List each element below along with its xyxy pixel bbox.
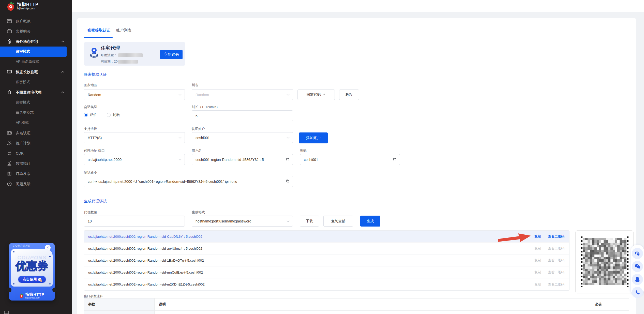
sidebar-item-package-purchase[interactable]: 套餐购买 (0, 26, 72, 36)
proxy-link[interactable]: us.lajiaohttp.net:2000:ceshi002-region-R… (88, 235, 202, 238)
radio-sticky-label[interactable]: 粘性 (90, 113, 97, 117)
chevron-up-icon (61, 71, 64, 73)
sidebar-item-credential-mode-dynamic[interactable]: 账密模式 (0, 47, 67, 57)
phone-icon (635, 290, 640, 295)
residential-proxy-banner: 住宅代理 可用流量： 有效期：20 立即购买 (84, 42, 185, 66)
view-qr-link[interactable]: 查看二维码 (548, 270, 564, 275)
copy-link[interactable]: 复制 (534, 258, 541, 263)
sidebar-item-statistics[interactable]: 数据统计 (0, 158, 72, 169)
format-label: 生成格式 (192, 210, 205, 215)
red-arrow-annotation (498, 233, 531, 244)
view-qr-link[interactable]: 查看二维码 (548, 234, 564, 239)
radio-rotate-label[interactable]: 轮转 (113, 113, 120, 117)
add-account-button[interactable]: 添加账户 (299, 132, 328, 143)
proxy-count-input[interactable]: 10 (84, 216, 185, 227)
state-select[interactable]: Random (192, 89, 293, 100)
copy-link[interactable]: 复制 (534, 270, 541, 275)
id-card-icon (7, 130, 12, 136)
chat-icon (635, 251, 640, 256)
invoice-icon (7, 171, 12, 176)
download-button[interactable]: 下载 (300, 216, 319, 227)
sidebar-item-credential-mode-static[interactable]: 账密模式 (0, 77, 72, 87)
username-field[interactable]: ceshi001-region-Random-sid-45862Y3J-t-5 (192, 154, 293, 165)
duration-label: 时长（1~120min） (192, 105, 219, 109)
password-field[interactable]: ceshi001 (300, 154, 400, 165)
table-column-divider (154, 298, 155, 314)
test-command-label: 测试命令 (84, 170, 97, 175)
coupon-use-button[interactable]: 点击使用 (18, 276, 46, 283)
tab-account-list[interactable]: 账户列表 (116, 28, 131, 33)
expiry-label: 有效期：20 (101, 59, 117, 64)
sidebar-item-unlimited-residential[interactable]: 不限量住宅代理 (0, 87, 72, 97)
session-type-label: 会话类型 (84, 105, 97, 109)
qr-pixels (583, 238, 626, 285)
sidebar-item-feedback[interactable]: 问题反馈 (0, 179, 72, 189)
proxy-count-label: 代理数量 (84, 210, 97, 215)
sidebar-item-credential-mode-unlimited[interactable]: 账密模式 (0, 97, 72, 108)
copy-all-button[interactable]: 复制全部 (323, 216, 353, 227)
brand-logo[interactable]: 辣椒HTTP lajiaohttp.com (7, 1, 38, 11)
sidebar-item-identity-verify[interactable]: 实名认证 (0, 128, 72, 138)
copy-icon[interactable] (393, 157, 397, 162)
radio-sticky[interactable] (84, 113, 88, 117)
sidebar-item-overseas-dynamic[interactable]: 海外动态住宅 (0, 36, 72, 47)
table-header-description: 说明 (159, 302, 166, 307)
auth-account-select[interactable]: ceshi001 (192, 132, 293, 143)
copy-link[interactable]: 复制 (534, 246, 541, 251)
duration-input[interactable]: 5 (192, 110, 293, 121)
sidebar-item-whitelist-mode[interactable]: 白名单模式 (0, 108, 72, 118)
proxy-address-select[interactable]: us.lajiaohttp.net:2000 (84, 154, 185, 165)
copy-link[interactable]: 复制 (534, 282, 541, 287)
table-header-required: 必选 (595, 302, 602, 307)
country-select[interactable]: Random (84, 89, 185, 100)
auth-section-heading: 账密提取认证 (84, 72, 107, 77)
copy-icon[interactable] (286, 179, 290, 184)
sidebar-item-order-invoice[interactable]: 订单发票 (0, 169, 72, 179)
view-qr-link[interactable]: 查看二维码 (548, 258, 564, 263)
banner-title: 住宅代理 (101, 45, 120, 51)
username-label: 用户名 (192, 148, 202, 153)
copy-icon[interactable] (286, 157, 290, 162)
tutorial-button[interactable]: 教程 (339, 89, 359, 100)
params-note: 接口参数注释 (84, 294, 103, 298)
sidebar-item-static-residential[interactable]: 静态长效住宅 (0, 67, 72, 77)
coupon-brand-name: 辣椒HTTP (25, 292, 44, 296)
table-border (84, 298, 629, 298)
chevron-up-icon (61, 91, 64, 93)
view-qr-link[interactable]: 查看二维码 (548, 246, 564, 251)
wallet-icon (7, 28, 12, 34)
view-qr-link[interactable]: 查看二维码 (548, 282, 564, 287)
pepper-logo-icon (7, 1, 15, 11)
copy-link[interactable]: 复制 (534, 234, 541, 239)
sidebar-item-api-mode[interactable]: API模式 (0, 118, 72, 128)
sidebar-item-referral-plan[interactable]: 推广计划 (0, 138, 72, 148)
test-command-field[interactable]: curl -x us.lajiaohttp.net:2000 -U "ceshi… (84, 176, 293, 187)
country-code-button[interactable]: 国家代码 (297, 89, 335, 100)
sidebar-item-clipped-icon (4, 311, 9, 314)
phone-button[interactable] (632, 287, 643, 298)
chat-support-button[interactable] (632, 248, 643, 259)
chevron-up-icon (61, 40, 64, 42)
coupon-card: COUPONS 优惠券 点击使用 (11, 249, 53, 287)
sidebar-item-account-overview[interactable]: 账户概览 (0, 16, 72, 26)
format-select[interactable]: hostname:port:username:password (192, 216, 293, 227)
proxy-link[interactable]: us.lajiaohttp.net:2000:ceshi002-region-R… (88, 271, 203, 274)
proxy-link[interactable]: us.lajiaohttp.net:2000:ceshi002-region-R… (88, 282, 205, 286)
proxy-link-list: us.lajiaohttp.net:2000:ceshi002-region-R… (84, 230, 570, 291)
sidebar-item-cdk[interactable]: CDK (0, 148, 72, 158)
buy-now-button[interactable]: 立即购买 (160, 50, 183, 59)
generate-button[interactable]: 生成 (360, 216, 380, 227)
radio-rotate[interactable] (107, 113, 111, 117)
qq-button[interactable] (632, 274, 643, 285)
password-label: 密码 (300, 148, 307, 153)
coupon-title: 优惠券 (11, 259, 53, 273)
proxy-link[interactable]: us.lajiaohttp.net:2000:ceshi002-region-R… (88, 247, 202, 250)
proxy-link[interactable]: us.lajiaohttp.net:2000:ceshi002-region-R… (88, 259, 204, 262)
sidebar-divider (0, 12, 72, 12)
sidebar-item-api-whitelist-mode[interactable]: API白名单模式 (0, 57, 72, 67)
protocol-select[interactable]: HTTP(S) (84, 132, 185, 143)
tab-credential-auth[interactable]: 账密提取认证 (87, 28, 110, 33)
traffic-label: 可用流量： (101, 53, 117, 57)
wechat-button[interactable] (632, 261, 643, 272)
coupon-brand-domain: lajiaohttp.com (25, 296, 44, 299)
